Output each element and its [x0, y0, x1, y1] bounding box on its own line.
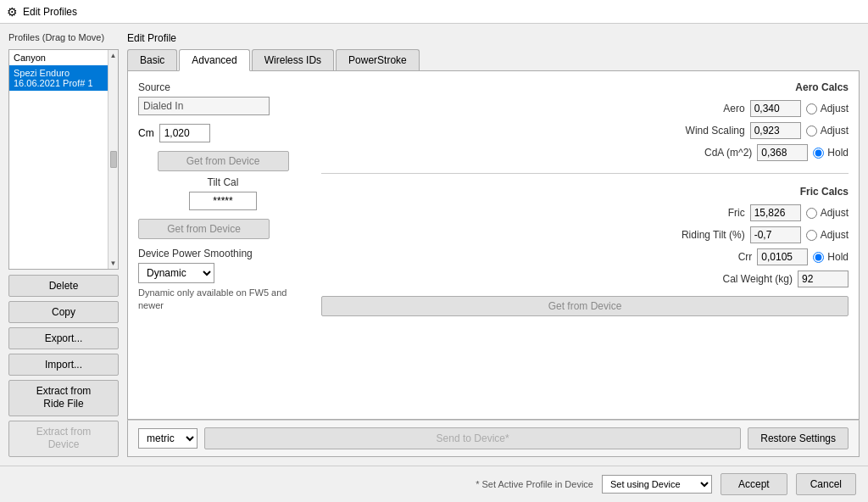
scroll-up-arrow[interactable]: ▲ — [110, 52, 117, 59]
fric-calcs-section: Fric Calcs Fric Adjust Riding Tilt (%) — [321, 186, 849, 316]
extract-device-button[interactable]: Extract fromDevice — [8, 421, 119, 457]
delete-button[interactable]: Delete — [8, 275, 119, 297]
tab-right-column: Aero Calcs Aero Adjust Wind Scaling — [321, 81, 849, 409]
cda-hold-label: Hold — [827, 147, 849, 159]
smoothing-select-row: Dynamic Static — [138, 263, 308, 283]
title-bar: ⚙ Edit Profiles — [0, 0, 868, 24]
dynamic-note: Dynamic only available on FW5 and newer — [138, 287, 308, 313]
tilt-cal-group: Tilt Cal — [189, 176, 257, 210]
cda-row: CdA (m^2) Hold — [321, 144, 849, 161]
tab-advanced[interactable]: Advanced — [179, 49, 249, 71]
main-window: Profiles (Drag to Move) Canyon Spezi End… — [0, 24, 868, 502]
wind-scaling-value-input[interactable] — [750, 122, 801, 139]
tab-left-column: Source Cm Get from Device Tilt Cal — [138, 81, 308, 409]
get-from-device-tilt-button[interactable]: Get from Device — [158, 151, 289, 171]
footer: * Set Active Profile in Device Set using… — [0, 466, 868, 502]
smoothing-section: Device Power Smoothing Dynamic Static Dy… — [138, 248, 308, 313]
aero-radio-group: Adjust — [806, 103, 849, 114]
wind-scaling-radio-group: Adjust — [806, 125, 849, 137]
riding-tilt-radio-group: Adjust — [806, 229, 849, 241]
crr-hold-label: Hold — [827, 251, 849, 263]
window-title: Edit Profiles — [23, 6, 77, 18]
riding-tilt-value-input[interactable] — [750, 226, 801, 243]
tilt-cal-label: Tilt Cal — [208, 176, 239, 188]
riding-adjust-label: Adjust — [821, 229, 849, 241]
cda-label: CdA (m^2) — [676, 147, 752, 159]
aero-adjust-label: Adjust — [821, 103, 849, 114]
fric-adjust-label: Adjust — [821, 207, 849, 219]
cda-hold-radio[interactable] — [813, 148, 824, 159]
cal-weight-label: Cal Weight (kg) — [716, 273, 793, 285]
profiles-scrollbar[interactable]: ▲ ▼ — [108, 50, 118, 269]
profiles-list[interactable]: Canyon Spezi Enduro 16.06.2021 Prof# 1 — [9, 50, 108, 269]
aero-label: Aero — [669, 103, 745, 114]
riding-tilt-label: Riding Tilt (%) — [669, 229, 745, 241]
tabs-bar: Basic Advanced Wireless IDs PowerStroke — [127, 49, 860, 71]
aero-row: Aero Adjust — [321, 100, 849, 117]
tab-powerstroke[interactable]: PowerStroke — [336, 49, 420, 70]
profiles-label: Profiles (Drag to Move) — [8, 32, 119, 42]
profiles-wrapper: Canyon Spezi Enduro 16.06.2021 Prof# 1 ▲… — [8, 49, 119, 270]
tab-basic[interactable]: Basic — [127, 49, 177, 70]
crr-row: Crr Hold — [321, 248, 849, 265]
copy-button[interactable]: Copy — [8, 301, 119, 323]
cancel-button[interactable]: Cancel — [796, 473, 856, 495]
extract-ride-button[interactable]: Extract fromRide File — [8, 380, 119, 416]
right-panel: Edit Profile Basic Advanced Wireless IDs… — [127, 32, 860, 457]
source-label: Source — [138, 81, 308, 93]
fric-value-input[interactable] — [750, 204, 801, 221]
aero-calcs-title: Aero Calcs — [321, 81, 849, 93]
fric-adjust-radio[interactable] — [806, 208, 817, 219]
profile-item-canyon[interactable]: Canyon — [9, 50, 108, 65]
riding-adjust-radio[interactable] — [806, 230, 817, 241]
metric-select[interactable]: metric imperial — [138, 428, 198, 449]
cda-value-input[interactable] — [757, 144, 808, 161]
aero-adjust-radio[interactable] — [806, 103, 817, 114]
tilt-cal-input[interactable] — [189, 192, 257, 210]
source-group: Source — [138, 81, 308, 115]
crr-label: Crr — [676, 251, 752, 263]
riding-tilt-row: Riding Tilt (%) Adjust — [321, 226, 849, 243]
cal-weight-row: Cal Weight (kg) — [321, 271, 849, 287]
footer-note: * Set Active Profile in Device — [12, 479, 593, 489]
crr-hold-radio[interactable] — [813, 252, 824, 263]
cda-radio-group: Hold — [813, 147, 849, 159]
left-buttons: Delete Copy Export... Import... Extract … — [8, 275, 119, 457]
export-button[interactable]: Export... — [8, 327, 119, 349]
wind-adjust-label: Adjust — [821, 125, 849, 137]
content-area: Profiles (Drag to Move) Canyon Spezi End… — [0, 24, 868, 466]
wind-adjust-radio[interactable] — [806, 126, 817, 137]
cal-weight-input[interactable] — [798, 271, 849, 287]
import-button[interactable]: Import... — [8, 354, 119, 376]
edit-profile-title: Edit Profile — [127, 32, 860, 44]
crr-value-input[interactable] — [757, 248, 808, 265]
fric-radio-group: Adjust — [806, 207, 849, 219]
scroll-thumb[interactable] — [110, 151, 117, 168]
fric-row: Fric Adjust — [321, 204, 849, 221]
cm-label: Cm — [138, 127, 154, 139]
profile-item-spezi[interactable]: Spezi Enduro 16.06.2021 Prof# 1 — [9, 65, 108, 91]
aero-value-input[interactable] — [750, 100, 801, 117]
scroll-down-arrow[interactable]: ▼ — [110, 259, 117, 267]
left-panel: Profiles (Drag to Move) Canyon Spezi End… — [8, 32, 119, 457]
tab-wireless-ids[interactable]: Wireless IDs — [252, 49, 334, 70]
cm-input[interactable] — [159, 124, 210, 142]
restore-settings-button[interactable]: Restore Settings — [748, 427, 849, 449]
fric-calcs-title: Fric Calcs — [321, 186, 849, 198]
wind-scaling-label: Wind Scaling — [669, 125, 745, 137]
profiles-section: Profiles (Drag to Move) Canyon Spezi End… — [8, 32, 119, 270]
get-from-device-wide-button[interactable]: Get from Device — [321, 296, 849, 316]
wind-scaling-row: Wind Scaling Adjust — [321, 122, 849, 139]
accept-button[interactable]: Accept — [721, 473, 787, 495]
smoothing-select[interactable]: Dynamic Static — [138, 263, 214, 283]
tab-bottom-bar: metric imperial Send to Device* Restore … — [127, 420, 860, 457]
tab-content: Source Cm Get from Device Tilt Cal — [127, 71, 860, 420]
app-icon: ⚙ — [7, 5, 18, 19]
source-input[interactable] — [138, 97, 270, 115]
get-from-device-button[interactable]: Get from Device — [138, 219, 270, 239]
send-to-device-button[interactable]: Send to Device* — [204, 427, 741, 449]
set-active-profile-select[interactable]: Set using Device — [602, 475, 712, 494]
divider — [321, 173, 849, 174]
smoothing-label: Device Power Smoothing — [138, 248, 308, 259]
cm-row: Cm — [138, 124, 308, 142]
